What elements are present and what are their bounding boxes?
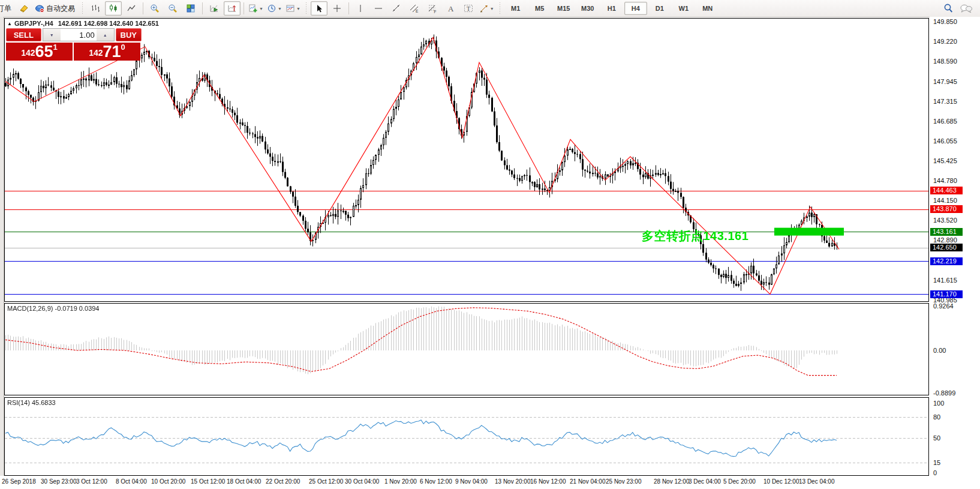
- time-tick-label: 28 Nov 12:00: [654, 478, 690, 485]
- sell-price-base: 142: [21, 46, 35, 60]
- autotrade-toggle-label: 自动交易: [44, 4, 77, 14]
- timeframe-d1[interactable]: D1: [648, 2, 671, 15]
- time-tick-label: 13 Dec 04:00: [799, 478, 835, 485]
- price-level-label: 143.870: [930, 205, 963, 213]
- zoom-out-icon: [168, 4, 178, 13]
- buy-price-base: 142: [89, 46, 103, 60]
- toolbar-drag-handle[interactable]: [305, 2, 308, 14]
- timeframe-h1[interactable]: H1: [600, 2, 623, 15]
- timeframe-mn[interactable]: MN: [696, 2, 719, 15]
- indicators-list-button[interactable]: ▼: [247, 1, 264, 16]
- sell-price-quote[interactable]: 142651: [6, 43, 73, 61]
- one-click-trade-panel: SELL ▼ ▲ BUY 142651 142710: [6, 28, 142, 61]
- price-level-label: 142.219: [930, 257, 963, 265]
- candlestick-mode-button[interactable]: [105, 1, 122, 16]
- arrows-tool-button[interactable]: ▼: [478, 1, 495, 16]
- zoom-out-button[interactable]: [164, 1, 181, 16]
- chart-shift-button[interactable]: [224, 1, 241, 16]
- timeframe-w1[interactable]: W1: [672, 2, 695, 15]
- tile-windows-icon: [186, 4, 196, 13]
- toolbar-separator: [143, 2, 143, 14]
- text-tool-button[interactable]: A: [442, 1, 459, 16]
- window-left-strip: [0, 17, 4, 489]
- timeframe-m30[interactable]: M30: [576, 2, 599, 15]
- current-price-label: 142.650: [930, 244, 963, 251]
- zoom-in-button[interactable]: [146, 1, 163, 16]
- svg-text:E: E: [416, 9, 419, 13]
- macd-scale-label: 0.9264: [933, 302, 954, 310]
- time-tick-label: 6 Nov 12:00: [420, 478, 452, 485]
- equidistant-channel-tool-button[interactable]: E: [406, 1, 423, 16]
- bar-chart-icon: [91, 4, 100, 13]
- community-chat-button[interactable]: [958, 1, 975, 16]
- equidistant-channel-icon: E: [410, 4, 419, 13]
- bar-chart-mode-button[interactable]: [87, 1, 104, 16]
- text-label-tool-button[interactable]: T: [460, 1, 477, 16]
- symbol-period-label: GBPJPY-,H4: [14, 20, 53, 27]
- main-chart-canvas[interactable]: [5, 19, 928, 301]
- time-tick-label: 15 Oct 12:00: [191, 478, 225, 485]
- time-tick-label: 13 Nov 20:00: [495, 478, 531, 485]
- buy-price-quote[interactable]: 142710: [74, 43, 140, 61]
- arrows-icon: [479, 4, 489, 13]
- macd-scale-label: 0.00: [933, 347, 946, 354]
- templates-icon: [285, 4, 295, 13]
- rsi-panel: RSI(14) 45.6833: [4, 397, 929, 476]
- time-tick-label: 8 Oct 04:00: [116, 478, 147, 485]
- time-tick-label: 16 Nov 12:00: [530, 478, 566, 485]
- collapse-one-click-icon[interactable]: ▲: [7, 21, 12, 26]
- volume-input[interactable]: [61, 29, 97, 41]
- periods-list-button[interactable]: ▼: [266, 1, 283, 16]
- horizontal-line-icon: [374, 4, 383, 13]
- buy-button[interactable]: BUY: [116, 28, 142, 41]
- trendline-tool-button[interactable]: [388, 1, 405, 16]
- toolbar-drag-handle[interactable]: [498, 2, 501, 14]
- macd-canvas[interactable]: [5, 304, 928, 395]
- time-tick-label: 10 Dec 12:00: [763, 478, 799, 485]
- cursor-tool-button[interactable]: [311, 1, 327, 16]
- timeframe-m5[interactable]: M5: [528, 2, 551, 15]
- auto-scroll-button[interactable]: [206, 1, 223, 16]
- rsi-scale-label: 80: [933, 413, 940, 421]
- timeframe-h4[interactable]: H4: [624, 2, 647, 15]
- autotrade-toggle-button[interactable]: 自动交易: [34, 1, 78, 16]
- new-order-icon: [19, 4, 29, 13]
- fibonacci-tool-button[interactable]: F: [424, 1, 441, 16]
- price-axis[interactable]: 149.850149.220148.590147.945147.315146.6…: [930, 17, 980, 476]
- toolbar-separator: [348, 2, 349, 14]
- cursor-icon: [314, 4, 324, 13]
- new-order-button[interactable]: [16, 1, 32, 16]
- rsi-canvas[interactable]: [5, 398, 928, 475]
- rsi-scale-label: 100: [933, 400, 944, 407]
- price-tick-label: 142.890: [933, 236, 957, 244]
- tile-windows-button[interactable]: [182, 1, 199, 16]
- timeframe-m15[interactable]: M15: [552, 2, 575, 15]
- volume-decrease-button[interactable]: ▼: [43, 29, 61, 41]
- price-tick-label: 145.425: [933, 157, 957, 164]
- ohlc-values: 142.691 142.698 142.640 142.651: [58, 20, 159, 27]
- svg-text:F: F: [434, 10, 436, 14]
- sell-button[interactable]: SELL: [6, 28, 41, 41]
- templates-list-button[interactable]: ▼: [284, 1, 302, 16]
- line-chart-icon: [127, 4, 136, 13]
- time-axis[interactable]: 26 Sep 201830 Sep 23:003 Oct 12:008 Oct …: [0, 476, 980, 489]
- macd-scale-label: -0.8899: [933, 389, 955, 397]
- line-chart-mode-button[interactable]: [123, 1, 140, 16]
- horizontal-line-tool-button[interactable]: [370, 1, 387, 16]
- search-button[interactable]: [940, 1, 957, 16]
- price-tick-label: 143.520: [933, 217, 957, 224]
- price-tick-label: 146.055: [933, 137, 957, 145]
- text-label-icon: T: [464, 4, 473, 13]
- timeframe-m1[interactable]: M1: [504, 2, 527, 15]
- toolbar-drag-handle[interactable]: [81, 2, 84, 14]
- autotrade-icon: [35, 4, 44, 13]
- volume-increase-button[interactable]: ▲: [97, 29, 114, 41]
- sell-price-point: 1: [53, 43, 58, 51]
- rsi-scale-label: 50: [933, 434, 940, 442]
- price-tick-label: 148.590: [933, 58, 957, 65]
- time-tick-label: 25 Nov 23:00: [606, 478, 642, 485]
- time-tick-label: 3 Dec 04:00: [689, 478, 721, 485]
- vertical-line-tool-button[interactable]: [352, 1, 369, 16]
- new-order-menu[interactable]: 订单: [0, 1, 14, 16]
- crosshair-tool-button[interactable]: [329, 1, 345, 16]
